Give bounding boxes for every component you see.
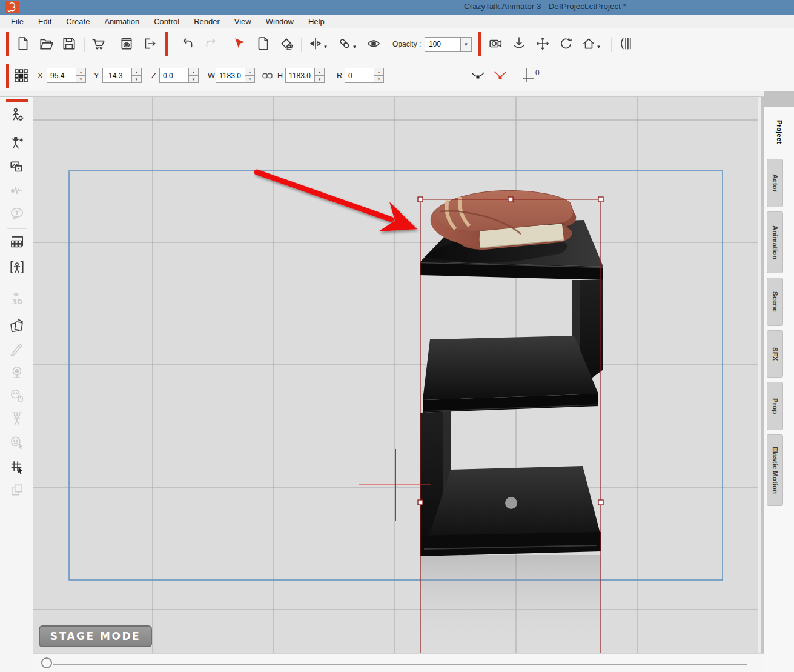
menu-render[interactable]: Render (187, 16, 227, 27)
camera-view-icon[interactable] (486, 34, 505, 53)
opacity-combo[interactable]: 100 ▼ (425, 37, 472, 52)
chevron-down-icon[interactable]: ▼ (597, 44, 601, 53)
spin-down-icon[interactable]: ▼ (314, 76, 325, 83)
w-field[interactable]: ▲▼ (216, 68, 255, 83)
select-tool-icon[interactable] (230, 34, 250, 53)
redo-icon[interactable] (201, 34, 220, 53)
linear-key-icon[interactable] (492, 69, 508, 82)
key-grid-icon[interactable] (8, 233, 26, 251)
ease-curve-key-icon[interactable] (470, 69, 486, 82)
sidebar-separator (7, 281, 27, 281)
stage-canvas[interactable] (33, 97, 758, 653)
menu-bar: File Edit Create Animation Control Rende… (0, 15, 794, 28)
menu-control[interactable]: Control (147, 16, 187, 27)
r-input[interactable] (345, 68, 374, 83)
spin-up-icon[interactable]: ▲ (314, 68, 325, 76)
toolbar-gap (0, 91, 794, 97)
zoom-slider-track[interactable] (53, 664, 747, 665)
z-label: Z (151, 72, 156, 80)
menu-file[interactable]: File (4, 16, 31, 27)
y-label: Y (94, 72, 99, 80)
spin-up-icon[interactable]: ▲ (245, 68, 255, 76)
pin-down-icon[interactable] (509, 34, 529, 53)
vertical-scrollbar[interactable] (758, 97, 764, 653)
actor-animation-icon[interactable] (8, 135, 26, 153)
stage-scene (33, 97, 758, 653)
book-prop[interactable] (424, 190, 576, 262)
y-field[interactable]: ▲▼ (102, 68, 142, 83)
chevron-down-icon[interactable]: ▼ (352, 44, 357, 53)
rotate-tool-icon[interactable] (557, 34, 576, 53)
export-arrow-icon[interactable] (141, 34, 160, 53)
curtain-icon[interactable] (615, 34, 635, 53)
scene-paper-icon[interactable] (253, 34, 273, 53)
tab-scene[interactable]: Scene (767, 278, 783, 326)
move-tool-icon[interactable] (533, 34, 552, 53)
tab-prop[interactable]: Prop (767, 382, 783, 430)
h-label: H (277, 72, 283, 80)
menu-edit[interactable]: Edit (31, 16, 59, 27)
axis-zero-icon[interactable] (522, 67, 534, 84)
marketplace-cart-icon[interactable] (88, 34, 108, 53)
eye-visibility-icon[interactable] (364, 34, 383, 53)
menu-animation[interactable]: Animation (97, 16, 147, 27)
save-project-icon[interactable] (59, 34, 79, 53)
spin-up-icon[interactable]: ▲ (131, 68, 142, 76)
selection-pivot-dot[interactable] (505, 497, 517, 509)
tab-actor[interactable]: Actor (767, 159, 783, 207)
x-field[interactable]: ▲▼ (47, 68, 86, 83)
paint-scene-icon[interactable] (277, 34, 296, 53)
link-wh-icon[interactable] (262, 72, 273, 79)
svg-text:3D: 3D (12, 298, 22, 306)
toolbar-red-separator (6, 64, 9, 88)
spin-up-icon[interactable]: ▲ (76, 68, 86, 76)
spin-down-icon[interactable]: ▼ (188, 76, 199, 83)
spin-up-icon[interactable]: ▲ (374, 68, 384, 76)
opacity-value[interactable]: 100 (425, 37, 461, 52)
menu-create[interactable]: Create (59, 16, 97, 27)
r-field[interactable]: ▲▼ (345, 68, 384, 83)
z-field[interactable]: ▲▼ (159, 68, 199, 83)
chevron-down-icon[interactable]: ▼ (323, 44, 328, 53)
scrollbar-thumb[interactable] (761, 97, 764, 653)
media-library-icon[interactable] (8, 158, 26, 176)
stage-mode-button[interactable]: STAGE MODE (39, 625, 152, 647)
flip-pages-icon[interactable] (8, 317, 26, 335)
home-view-icon[interactable]: ▼ (579, 34, 603, 53)
flip-horizontal-icon[interactable]: ▼ (306, 34, 330, 53)
preview-export-icon[interactable] (117, 34, 136, 53)
grid-snap-icon[interactable] (14, 68, 28, 83)
content-tabs: Project Actor Animation Scene SFX Prop E… (764, 108, 794, 506)
chevron-down-icon[interactable]: ▼ (461, 37, 472, 52)
h-field[interactable]: ▲▼ (285, 68, 325, 83)
grid-cursor-icon[interactable] (8, 457, 26, 476)
x-input[interactable] (47, 68, 76, 83)
tab-animation[interactable]: Animation (767, 211, 783, 273)
tab-sfx[interactable]: SFX (767, 330, 783, 378)
menu-help[interactable]: Help (301, 16, 332, 27)
title-bar: CrazyTalk Animator 3 - DefProject.ctProj… (0, 0, 794, 15)
actor-setup-icon[interactable] (8, 106, 26, 124)
actor-brackets-icon[interactable] (8, 258, 26, 276)
spin-down-icon[interactable]: ▼ (131, 76, 142, 83)
spin-down-icon[interactable]: ▼ (76, 76, 86, 83)
canvas-grid (33, 97, 758, 653)
menu-view[interactable]: View (227, 16, 259, 27)
y-input[interactable] (102, 68, 131, 83)
zoom-slider-handle[interactable] (41, 657, 52, 668)
w-input[interactable] (216, 68, 245, 83)
tab-project[interactable]: Project (764, 108, 794, 155)
open-project-icon[interactable] (36, 34, 56, 53)
spin-down-icon[interactable]: ▼ (245, 76, 255, 83)
z-input[interactable] (159, 68, 188, 83)
annotation-arrow (257, 172, 417, 231)
undo-icon[interactable] (178, 34, 197, 53)
spin-up-icon[interactable]: ▲ (188, 68, 199, 76)
new-project-icon[interactable] (13, 34, 33, 53)
chain-link-icon[interactable]: ▼ (335, 34, 359, 53)
menu-window[interactable]: Window (259, 16, 301, 27)
tab-elastic-motion[interactable]: Elastic Motion (767, 434, 783, 506)
spin-down-icon[interactable]: ▼ (374, 76, 384, 83)
h-input[interactable] (285, 68, 314, 83)
window-title: CrazyTalk Animator 3 - DefProject.ctProj… (424, 2, 666, 11)
